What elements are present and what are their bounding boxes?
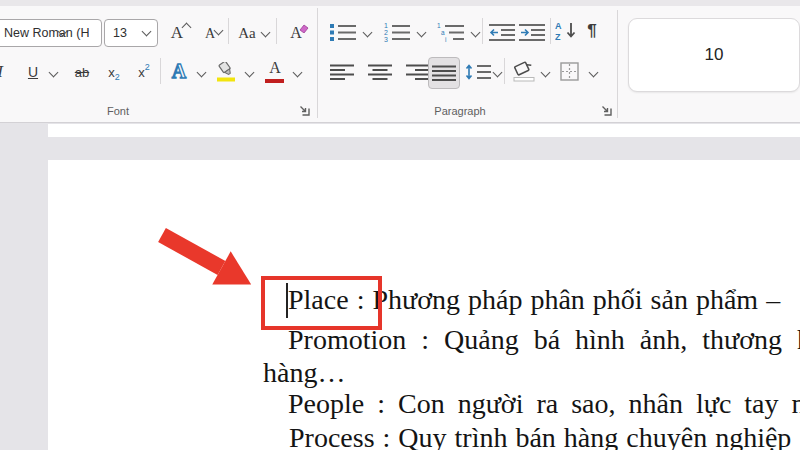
justify-icon — [432, 65, 456, 81]
divider — [504, 58, 505, 84]
align-center-icon — [368, 64, 392, 80]
borders-icon — [559, 61, 581, 82]
align-right-button[interactable] — [406, 62, 430, 82]
previous-page-bottom — [48, 124, 800, 137]
doc-line-hang[interactable]: hàng… — [263, 357, 345, 389]
group-divider — [317, 8, 318, 118]
text-effects-letter: A — [172, 60, 186, 83]
divider — [160, 58, 161, 84]
increase-indent-button[interactable] — [518, 20, 546, 44]
paragraph-group-label: Paragraph — [400, 105, 520, 117]
grow-font-button[interactable]: A — [162, 20, 192, 46]
chevron-down-icon[interactable] — [293, 68, 303, 78]
sort-button[interactable]: A Z — [554, 18, 580, 44]
paint-bucket-icon — [512, 61, 536, 82]
font-size-combobox[interactable]: 13 — [104, 19, 158, 47]
shrink-font-letter: A — [205, 26, 215, 42]
sort-az-icon: A Z — [555, 20, 579, 42]
subscript-button[interactable]: x 2 — [102, 58, 126, 86]
svg-text:Z: Z — [555, 32, 561, 42]
ribbon-top-edge — [0, 0, 800, 6]
chevron-down-icon[interactable] — [589, 68, 599, 78]
change-case-button[interactable]: Aa — [234, 20, 260, 46]
chevron-down-icon[interactable] — [245, 68, 255, 78]
line-spacing-icon — [465, 63, 491, 81]
divider — [482, 18, 483, 44]
underline-letter: U — [28, 64, 38, 80]
italic-letter: I — [0, 62, 3, 82]
clear-formatting-button[interactable]: A — [282, 20, 310, 46]
svg-text:1: 1 — [384, 22, 388, 29]
show-hide-paragraph-button[interactable]: ¶ — [582, 18, 602, 44]
multilevel-list-button[interactable]: 1 a i — [436, 20, 466, 44]
bulleted-list-icon — [329, 22, 357, 42]
numbered-list-icon: 1 2 3 — [383, 22, 411, 42]
align-left-icon — [330, 64, 354, 80]
numbering-button[interactable]: 1 2 3 — [382, 20, 412, 44]
decrease-indent-button[interactable] — [488, 20, 516, 44]
chevron-down-icon[interactable] — [49, 68, 59, 78]
svg-text:1: 1 — [437, 22, 441, 29]
value-callout-box: 10 — [628, 18, 800, 92]
font-group-label: Font — [58, 105, 178, 117]
line-spacing-button[interactable] — [464, 60, 492, 84]
value-callout-text: 10 — [705, 45, 724, 65]
italic-button[interactable]: I — [0, 58, 6, 86]
font-color-letter: A — [269, 59, 281, 77]
align-center-button[interactable] — [368, 62, 392, 82]
doc-line-people[interactable]: People : Con người ra sao, nhân lực tay … — [288, 388, 800, 420]
strikethrough-label: ab — [75, 65, 89, 80]
chevron-down-icon[interactable] — [363, 28, 373, 38]
change-case-label: Aa — [238, 25, 256, 42]
shrink-font-button[interactable]: A — [196, 22, 224, 46]
chevron-down-icon[interactable] — [493, 68, 503, 78]
font-dialog-launcher-icon[interactable] — [298, 104, 311, 117]
bullets-button[interactable] — [328, 20, 358, 44]
justify-button-selected[interactable] — [428, 57, 460, 89]
underline-button[interactable]: U — [22, 58, 44, 86]
font-color-button[interactable]: A — [262, 56, 288, 86]
svg-text:A: A — [555, 21, 562, 31]
chevron-down-icon[interactable] — [261, 28, 271, 38]
chevron-down-icon[interactable] — [471, 28, 481, 38]
word-window: New Roman (H 13 A A Aa A I — [0, 0, 800, 450]
borders-button[interactable] — [556, 58, 584, 84]
decrease-indent-icon — [489, 23, 515, 41]
svg-text:3: 3 — [384, 36, 388, 42]
multilevel-list-icon: 1 a i — [437, 22, 465, 42]
svg-text:i: i — [445, 36, 446, 42]
font-color-bar — [265, 79, 284, 83]
superscript-button[interactable]: x 2 — [132, 58, 156, 86]
text-highlight-button[interactable] — [214, 58, 238, 86]
increase-indent-icon — [519, 23, 545, 41]
shading-button[interactable] — [510, 58, 538, 84]
eraser-icon — [298, 24, 309, 33]
divider — [550, 18, 551, 44]
font-name-value: New Roman (H — [0, 26, 89, 40]
chevron-down-icon — [142, 27, 152, 37]
superscript-mark: 2 — [145, 62, 150, 72]
doc-line-process[interactable]: Process : Quy trình bán hàng chuyên nghi… — [289, 422, 791, 450]
align-left-button[interactable] — [330, 62, 354, 82]
align-right-icon — [406, 64, 430, 80]
divider — [276, 18, 277, 44]
font-size-value: 13 — [105, 26, 127, 40]
text-effects-button[interactable]: A — [166, 56, 192, 86]
paragraph-dialog-launcher-icon[interactable] — [600, 104, 613, 117]
divider — [228, 18, 229, 44]
chevron-down-icon[interactable] — [541, 68, 551, 78]
red-arrow-annotation — [150, 213, 280, 303]
highlighter-icon — [215, 62, 237, 82]
pilcrow-icon: ¶ — [587, 21, 596, 41]
strikethrough-button[interactable]: ab — [68, 58, 96, 86]
svg-text:a: a — [441, 29, 445, 36]
group-divider — [617, 10, 618, 118]
svg-text:2: 2 — [384, 29, 388, 36]
ribbon: New Roman (H 13 A A Aa A I — [0, 0, 800, 123]
chevron-down-icon[interactable] — [417, 28, 427, 38]
font-name-combobox[interactable]: New Roman (H — [0, 19, 102, 47]
subscript-mark: 2 — [115, 72, 120, 82]
chevron-down-icon[interactable] — [197, 68, 207, 78]
